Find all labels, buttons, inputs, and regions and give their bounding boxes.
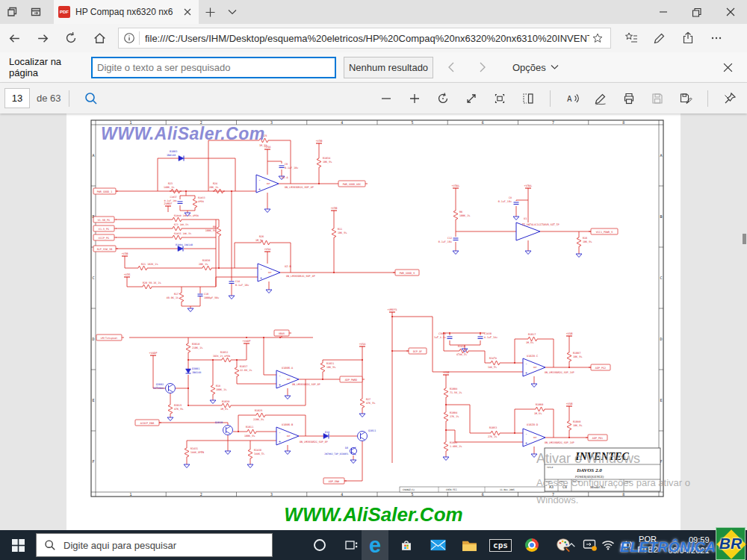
svg-text:R1017: R1017 — [528, 333, 536, 336]
print-icon[interactable] — [615, 84, 643, 113]
svg-text:10K_5%: 10K_5% — [573, 424, 582, 427]
svg-text:R3015: R3015 — [174, 404, 182, 407]
svg-text:+V5B: +V5B — [443, 371, 450, 374]
svg-text:1M_5%: 1M_5% — [526, 341, 533, 344]
svg-text:R1037: R1037 — [240, 365, 247, 368]
address-bar[interactable]: file:///C:/Users/IHM/Desktop/esquema%20e… — [118, 28, 611, 49]
share-icon[interactable] — [674, 24, 702, 52]
svg-text:0.1uF_10v: 0.1uF_10v — [438, 240, 452, 243]
desktop: PDF HP Compaq nx6320 nx6 — [0, 0, 747, 560]
tab-preview-icon[interactable] — [0, 0, 24, 24]
tab-close-icon[interactable] — [181, 5, 194, 19]
unpin-toolbar-icon[interactable] — [716, 84, 744, 113]
pdf-viewport[interactable]: 1122334455667788AABBCCDDEEFF+V5A+V3B+V3B… — [0, 113, 747, 530]
find-previous-icon[interactable] — [438, 54, 465, 81]
find-close-icon[interactable] — [713, 54, 743, 81]
find-next-icon[interactable] — [469, 54, 496, 81]
svg-text:+V5A: +V5A — [264, 248, 271, 251]
refresh-button[interactable] — [57, 24, 85, 52]
tray-app-icon[interactable] — [581, 530, 599, 560]
favorites-hub-icon[interactable] — [617, 24, 645, 52]
taskbar-search[interactable] — [36, 533, 273, 557]
tray-language-indicator[interactable]: POR PTB2 — [635, 530, 660, 560]
svg-text:A: A — [660, 153, 662, 158]
svg-text:V1.5_PG: V1.5_PG — [99, 228, 109, 231]
page-layout-icon[interactable] — [514, 84, 542, 113]
svg-text:C12: C12 — [447, 237, 452, 240]
close-button[interactable] — [713, 0, 747, 24]
svg-text:ON_LM393DR2G_SOP_8P: ON_LM393DR2G_SOP_8P — [285, 186, 314, 189]
svg-text:+V3B: +V3B — [316, 140, 323, 143]
taskbar-chrome-icon[interactable] — [517, 530, 547, 560]
find-input[interactable] — [91, 57, 336, 78]
page-number-input[interactable] — [4, 88, 30, 108]
find-options-button[interactable]: Opções — [512, 62, 559, 73]
svg-text:C1037: C1037 — [170, 196, 177, 199]
home-button[interactable] — [85, 24, 114, 52]
svg-text:R1060: R1060 — [536, 403, 543, 406]
svg-text:220K_5%: 220K_5% — [253, 418, 264, 421]
svg-text:+: + — [279, 439, 281, 444]
read-aloud-icon[interactable]: A — [558, 84, 586, 113]
taskbar-explorer-icon[interactable] — [454, 530, 484, 560]
tray-chevron-up-icon[interactable] — [560, 530, 580, 560]
taskbar-mail-icon[interactable] — [423, 530, 453, 560]
address-url[interactable]: file:///C:/Users/IHM/Desktop/esquema%20e… — [145, 33, 589, 44]
more-options-icon[interactable] — [702, 24, 731, 52]
new-tab-button[interactable] — [199, 0, 221, 24]
back-button[interactable] — [0, 24, 28, 52]
svg-text:OPEN: OPEN — [198, 200, 204, 203]
tray-clock[interactable]: 09:59 06/04/2021 — [660, 530, 717, 560]
svg-text:CHEN FEI: CHEN FEI — [446, 488, 457, 491]
minimize-button[interactable] — [646, 0, 680, 24]
active-tab[interactable]: PDF HP Compaq nx6320 nx6 — [54, 0, 199, 24]
scrollbar-thumb[interactable] — [743, 234, 746, 244]
address-divider — [139, 31, 140, 45]
taskbar-cps-icon[interactable]: cps — [486, 530, 515, 560]
zoom-out-icon[interactable] — [372, 84, 400, 113]
restore-button[interactable] — [680, 0, 713, 24]
svg-text:1000pF_50v: 1000pF_50v — [204, 296, 219, 299]
svg-text:Q3002: Q3002 — [156, 383, 164, 386]
taskbar-store-icon[interactable] — [391, 530, 421, 560]
chevron-down-icon — [551, 64, 559, 70]
pdf-search-icon[interactable] — [77, 84, 105, 113]
forward-button[interactable] — [28, 24, 57, 52]
clock-time: 09:59 — [668, 535, 709, 545]
svg-text:U1006-A: U1006-A — [282, 367, 294, 370]
svg-text:47K_5%: 47K_5% — [174, 408, 183, 411]
svg-text:+VADP: +VADP — [243, 340, 251, 343]
pdf-file-icon: PDF — [58, 6, 70, 18]
fit-page-icon[interactable] — [457, 84, 486, 113]
svg-text:C1038: C1038 — [484, 332, 492, 335]
svg-text:OUT: OUT — [267, 183, 270, 185]
site-info-icon — [123, 32, 135, 44]
svg-text:SST3906: SST3906 — [153, 387, 164, 390]
taskbar-search-input[interactable] — [62, 539, 249, 552]
svg-text:4: 4 — [341, 492, 343, 497]
save-as-icon[interactable] — [672, 84, 700, 113]
zoom-in-icon[interactable] — [400, 84, 429, 113]
favorite-star-icon[interactable] — [589, 30, 606, 46]
svg-text:R1032: R1032 — [220, 351, 228, 354]
annotate-pen-icon[interactable] — [586, 84, 615, 113]
cortana-button[interactable] — [305, 530, 335, 560]
rotate-icon[interactable] — [429, 84, 457, 113]
fit-width-icon[interactable] — [486, 84, 514, 113]
web-note-pen-icon[interactable] — [645, 24, 674, 52]
svg-text:R1031: R1031 — [326, 362, 334, 365]
taskbar-edge-icon[interactable]: e — [362, 530, 388, 560]
window-controls — [646, 0, 747, 24]
save-icon[interactable] — [643, 84, 672, 113]
svg-text:ADP_EN#: ADP_EN# — [329, 480, 340, 483]
start-button[interactable] — [0, 530, 36, 560]
set-aside-tabs-icon[interactable] — [24, 0, 48, 24]
tray-wifi-icon[interactable] — [599, 530, 617, 560]
svg-text:TI_SN74LVC1G17DBVR_SOT_5P: TI_SN74LVC1G17DBVR_SOT_5P — [522, 223, 560, 226]
tray-volume-icon[interactable] — [617, 530, 635, 560]
svg-text:B1004 1N4148: B1004 1N4148 — [176, 243, 193, 246]
svg-text:R3010: R3010 — [192, 343, 199, 346]
svg-text:ADP_PG2: ADP_PG2 — [595, 367, 606, 370]
svg-text:B: B — [660, 214, 662, 219]
tab-list-chevron-icon[interactable] — [221, 0, 244, 24]
